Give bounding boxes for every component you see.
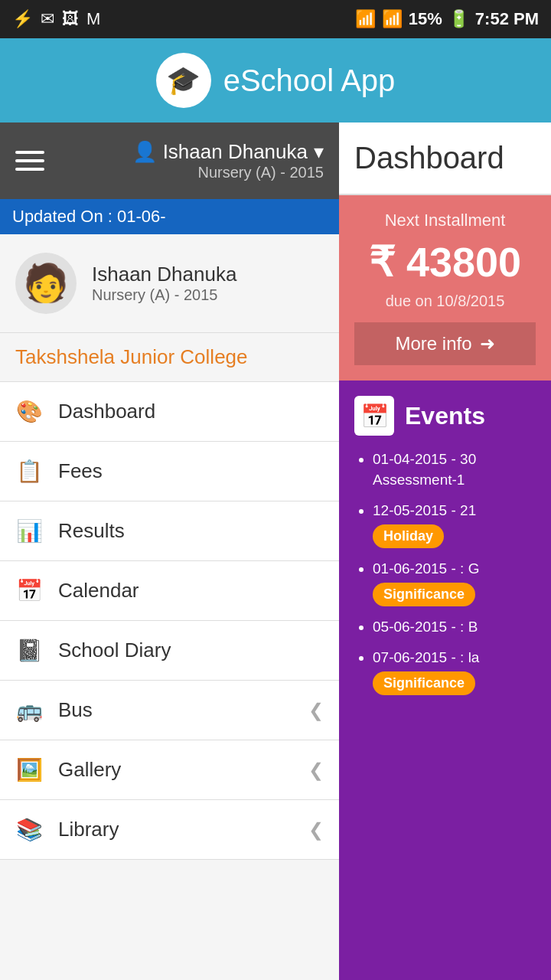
more-info-button[interactable]: More info ➜ xyxy=(354,322,536,365)
fees-icon: 📋 xyxy=(15,459,43,484)
sidebar-item-calendar[interactable]: 📅 Calendar xyxy=(0,561,339,621)
gmail-icon: M xyxy=(86,9,100,29)
results-icon: 📊 xyxy=(15,518,43,544)
list-item: 01-06-2015 - : GSignificance xyxy=(373,559,536,606)
user-info-header: 👤 Ishaan Dhanuka ▾ Nursery (A) - 2015 xyxy=(132,140,324,181)
library-arrow: ❮ xyxy=(308,819,324,841)
sidebar-item-dashboard[interactable]: 🎨 Dashboard xyxy=(0,382,339,442)
gallery-icon: 🖼️ xyxy=(15,757,43,782)
email-icon: ✉ xyxy=(41,9,54,29)
calendar-icon: 📅 xyxy=(15,578,43,603)
avatar-image: 🧑 xyxy=(23,262,69,305)
arrow-right-icon: ➜ xyxy=(480,333,495,354)
usb-icon: ⚡ xyxy=(12,9,33,29)
results-label: Results xyxy=(58,519,324,543)
sidebar-item-library[interactable]: 📚 Library ❮ xyxy=(0,800,339,860)
schooldiary-label: School Diary xyxy=(58,639,324,662)
gallery-label: Gallery xyxy=(58,758,293,782)
event-badge: Holiday xyxy=(373,524,444,548)
app-logo: 🎓 xyxy=(156,53,211,108)
main-layout: 👤 Ishaan Dhanuka ▾ Nursery (A) - 2015 Up… xyxy=(0,122,551,980)
event-date: 12-05-2015 - 21 xyxy=(373,502,476,518)
fees-label: Fees xyxy=(58,459,324,483)
list-item: 07-06-2015 - : laSignificance xyxy=(373,648,536,695)
sidebar: 👤 Ishaan Dhanuka ▾ Nursery (A) - 2015 Up… xyxy=(0,122,339,980)
bus-arrow: ❮ xyxy=(308,700,324,721)
list-item: 12-05-2015 - 21Holiday xyxy=(373,501,536,548)
event-text: Assessment-1 xyxy=(373,472,465,488)
status-left-icons: ⚡ ✉ 🖼 M xyxy=(12,9,100,29)
sidebar-item-schooldiary[interactable]: 📓 School Diary xyxy=(0,621,339,681)
profile-class: Nursery (A) - 2015 xyxy=(92,286,236,304)
installment-amount: ₹ 43800 xyxy=(354,238,536,286)
events-header: 📅 Events xyxy=(354,396,536,436)
status-bar: ⚡ ✉ 🖼 M 📶 📶 15% 🔋 7:52 PM xyxy=(0,0,551,38)
profile-text: Ishaan Dhanuka Nursery (A) - 2015 xyxy=(92,263,236,304)
bus-icon: 🚌 xyxy=(15,697,43,723)
event-date: 01-06-2015 - : G xyxy=(373,560,479,577)
gallery-arrow: ❮ xyxy=(308,760,324,781)
user-icon: 👤 xyxy=(132,140,157,164)
image-icon: 🖼 xyxy=(62,9,79,29)
dashboard-label: Dashboard xyxy=(58,400,324,423)
header-username[interactable]: 👤 Ishaan Dhanuka ▾ xyxy=(132,140,324,164)
list-item: 05-06-2015 - : B xyxy=(373,617,536,638)
sidebar-item-fees[interactable]: 📋 Fees xyxy=(0,442,339,501)
events-card: 📅 Events 01-04-2015 - 30 Assessment-112-… xyxy=(339,381,551,980)
schooldiary-icon: 📓 xyxy=(15,638,43,663)
school-name: Takshshela Junior College xyxy=(0,333,339,382)
event-date: 05-06-2015 - : B xyxy=(373,619,478,635)
calendar-icon: 📅 xyxy=(354,396,394,436)
sidebar-item-gallery[interactable]: 🖼️ Gallery ❮ xyxy=(0,740,339,800)
event-list: 01-04-2015 - 30 Assessment-112-05-2015 -… xyxy=(354,449,536,695)
library-label: Library xyxy=(58,818,293,841)
event-date: 07-06-2015 - : la xyxy=(373,649,479,665)
fees-card: Next Installment ₹ 43800 due on 10/8/201… xyxy=(339,195,551,381)
battery-level: 15% xyxy=(409,9,442,29)
app-header: 🎓 eSchool App xyxy=(0,38,551,122)
dashboard-icon: 🎨 xyxy=(15,399,43,424)
calendar-label: Calendar xyxy=(58,579,324,603)
wifi-icon: 📶 xyxy=(355,9,376,29)
hamburger-menu[interactable] xyxy=(15,151,44,171)
event-badge: Significance xyxy=(373,583,475,606)
app-title: eSchool App xyxy=(223,64,396,98)
due-date: due on 10/8/2015 xyxy=(354,292,536,310)
header-classname: Nursery (A) - 2015 xyxy=(198,164,324,181)
avatar: 🧑 xyxy=(15,253,77,314)
bus-label: Bus xyxy=(58,698,293,722)
dashboard-title: Dashboard xyxy=(354,141,536,175)
time-display: 7:52 PM xyxy=(475,9,539,29)
profile-section: 🧑 Ishaan Dhanuka Nursery (A) - 2015 xyxy=(0,234,339,333)
status-right-info: 📶 📶 15% 🔋 7:52 PM xyxy=(355,9,539,29)
event-date: 01-04-2015 - 30 xyxy=(373,451,476,467)
right-panel: Dashboard Next Installment ₹ 43800 due o… xyxy=(339,122,551,980)
dashboard-header: Dashboard xyxy=(339,122,551,195)
events-title: Events xyxy=(405,402,485,430)
dropdown-icon: ▾ xyxy=(314,140,324,164)
more-info-label: More info xyxy=(395,333,471,354)
next-installment-label: Next Installment xyxy=(354,211,536,230)
sidebar-item-bus[interactable]: 🚌 Bus ❮ xyxy=(0,681,339,740)
battery-icon: 🔋 xyxy=(448,9,469,29)
signal-icon: 📶 xyxy=(382,9,403,29)
sidebar-topbar: 👤 Ishaan Dhanuka ▾ Nursery (A) - 2015 xyxy=(0,122,339,199)
nav-list: 🎨 Dashboard 📋 Fees 📊 Results 📅 Calendar … xyxy=(0,382,339,860)
library-icon: 📚 xyxy=(15,817,43,842)
list-item: 01-04-2015 - 30 Assessment-1 xyxy=(373,449,536,490)
event-badge: Significance xyxy=(373,671,475,695)
sidebar-item-results[interactable]: 📊 Results xyxy=(0,501,339,561)
update-banner: Updated On : 01-06- xyxy=(0,199,339,234)
profile-name: Ishaan Dhanuka xyxy=(92,263,236,286)
